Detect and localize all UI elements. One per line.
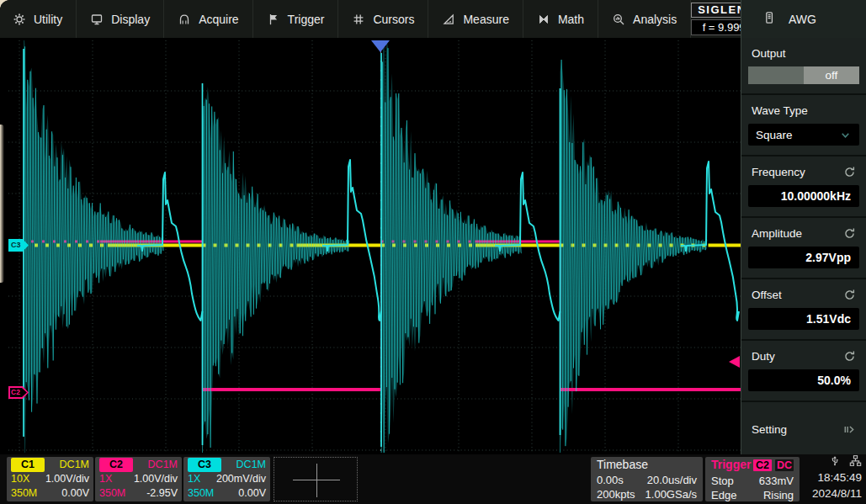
menu-display[interactable]: Display (77, 0, 164, 38)
channel-probe: 1X (99, 472, 112, 486)
top-menu-bar: UtilityDisplayAcquireTriggerCursorsMeasu… (0, 0, 741, 38)
trigger-position-marker[interactable] (371, 40, 390, 52)
channel-offset-value: -2.95V (146, 486, 178, 501)
timebase-points: 200kpts (597, 487, 635, 502)
gear-icon (13, 13, 26, 26)
trigger-slope: Rising (763, 488, 794, 503)
amplitude-field[interactable]: 2.97Vpp (748, 247, 859, 268)
timebase-delay: 0.00s (597, 473, 624, 488)
offset-field[interactable]: 1.51Vdc (748, 308, 859, 330)
channel-c3-box[interactable]: C3DC1M1X200mV/div350M0.00V (183, 457, 270, 501)
trigger-level: 633mV (759, 474, 794, 489)
channel-probe: 10X (11, 472, 29, 486)
trigger-type: Edge (711, 488, 736, 503)
awg-title: AWG (789, 13, 816, 26)
trigger-mode: Stop (711, 474, 734, 489)
wave-type-value: Square (756, 129, 793, 141)
clock-time: 18:45:49 (800, 470, 862, 485)
output-toggle[interactable]: off (748, 66, 859, 84)
menu-label: Display (111, 13, 150, 26)
menu-label: Trigger (288, 13, 325, 26)
display-icon (90, 13, 104, 26)
measure-icon (442, 13, 455, 26)
awg-sidebar: Output off Wave Type Square Frequency 10… (741, 38, 866, 454)
channel3-position-marker[interactable]: C3 (8, 239, 29, 252)
menu-math[interactable]: Math (523, 0, 598, 38)
acquire-icon (178, 13, 191, 26)
channel-bandwidth: 350M (99, 486, 125, 501)
wave-type-select[interactable]: Square (748, 124, 859, 146)
offset-label: Offset (752, 289, 782, 301)
duty-section: Duty 50.0% (741, 341, 866, 402)
menu-measure[interactable]: Measure (428, 0, 523, 38)
menu-analysis[interactable]: Analysis (598, 0, 691, 38)
channel-coupling: DC1M (148, 458, 178, 472)
chevron-down-icon (839, 129, 852, 141)
channel-offset-value: 0.00V (61, 486, 89, 501)
channel-probe: 1X (188, 472, 200, 486)
wave-type-label: Wave Type (752, 104, 808, 117)
awg-panel-header: AWG (741, 0, 866, 38)
clock-date: 2024/8/11 (800, 485, 862, 501)
frequency-field[interactable]: 10.00000kHz (748, 185, 859, 207)
refresh-icon[interactable] (843, 350, 856, 363)
output-label: Output (752, 47, 786, 60)
refresh-icon[interactable] (843, 289, 856, 301)
menu-label: Acquire (199, 13, 238, 26)
timebase-rate: 1.00GSa/s (646, 487, 697, 502)
trigger-title: Trigger (711, 458, 751, 474)
channel-badge: C1 (11, 458, 45, 472)
usb-icon (829, 454, 841, 471)
wave-type-section: Wave Type Square (741, 95, 866, 157)
bezel-reflection (0, 125, 4, 283)
channel-c2-box[interactable]: C2DC1M1X1.00V/div350M-2.95V (95, 457, 182, 501)
output-section: Output off (741, 38, 866, 95)
trigger-coupling-badge: DC (775, 459, 794, 471)
refresh-icon[interactable] (843, 166, 856, 178)
duty-field[interactable]: 50.0% (748, 369, 859, 391)
amplitude-section: Amplitude 2.97Vpp (741, 218, 866, 279)
menu-acquire[interactable]: Acquire (164, 0, 252, 38)
clock-box: 18:45:49 2024/8/11 (800, 455, 862, 501)
menu-label: Analysis (633, 13, 677, 26)
channel-bandwidth: 350M (188, 486, 214, 501)
amplitude-label: Amplitude (752, 227, 802, 240)
trigger-level-marker[interactable] (729, 356, 740, 368)
frequency-label: Frequency (752, 166, 805, 178)
timebase-scale: 20.0us/div (647, 473, 697, 488)
timebase-title: Timebase (597, 458, 648, 473)
math-icon (537, 13, 550, 26)
menu-list: UtilityDisplayAcquireTriggerCursorsMeasu… (0, 0, 691, 38)
menu-utility[interactable]: Utility (0, 0, 77, 38)
awg-icon (762, 11, 776, 27)
channel-bandwidth: 350M (11, 486, 37, 501)
trigger-box[interactable]: Trigger C2 DC Stop633mV EdgeRising (705, 457, 800, 501)
refresh-icon[interactable] (843, 227, 856, 240)
setting-label: Setting (752, 423, 787, 436)
menu-cursors[interactable]: Cursors (338, 0, 428, 38)
menu-label: Cursors (373, 13, 414, 26)
waveform-display (8, 40, 741, 453)
channel-scale: 200mV/div (216, 472, 266, 486)
trigger-source-badge: C2 (753, 459, 772, 471)
channel-coupling: DC1M (236, 458, 266, 472)
analysis-icon (612, 13, 625, 26)
timebase-box[interactable]: Timebase 0.00s20.0us/div 200kpts1.00GSa/… (591, 457, 703, 501)
offset-section: Offset 1.51Vdc (741, 279, 866, 341)
cursors-icon (352, 13, 365, 26)
setting-section[interactable]: Setting (741, 402, 866, 459)
menu-label: Measure (463, 13, 508, 26)
setting-more-icon (842, 423, 856, 436)
output-toggle-off-half: off (804, 66, 859, 84)
channel-offset-value: 0.00V (238, 486, 266, 501)
frequency-section: Frequency 10.00000kHz (741, 157, 866, 218)
trigger-flag-icon (267, 13, 280, 26)
channel2-position-marker[interactable]: C2 (8, 386, 29, 399)
menu-label: Utility (34, 13, 62, 26)
channel-scale: 1.00V/div (134, 472, 178, 486)
status-bar: C1DC1M10X1.00V/div350M0.00VC2DC1M1X1.00V… (0, 454, 866, 504)
channel-scale: 1.00V/div (45, 472, 89, 486)
channel-c1-box[interactable]: C1DC1M10X1.00V/div350M0.00V (7, 457, 93, 501)
empty-channel-slot[interactable] (274, 457, 358, 501)
menu-trigger[interactable]: Trigger (253, 0, 339, 38)
